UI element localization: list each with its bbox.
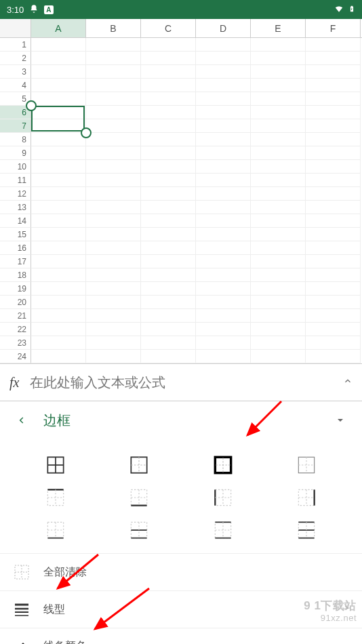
cell-D18[interactable]: [196, 268, 251, 282]
row-header-16[interactable]: 16: [0, 241, 31, 255]
cell-D21[interactable]: [196, 309, 251, 323]
border-outside-dash-icon[interactable]: [297, 456, 316, 475]
cell-C11[interactable]: [141, 174, 196, 187]
cell-E3[interactable]: [251, 65, 306, 79]
cell-C14[interactable]: [141, 214, 196, 228]
cell-C19[interactable]: [141, 282, 196, 296]
border-top-icon[interactable]: [46, 488, 65, 507]
cell-F18[interactable]: [306, 268, 361, 282]
row-header-24[interactable]: 24: [0, 350, 31, 363]
cell-D17[interactable]: [196, 255, 251, 268]
cell-A6[interactable]: [31, 106, 86, 119]
cell-D7[interactable]: [196, 119, 251, 133]
cell-C22[interactable]: [141, 323, 196, 336]
border-inner-v-icon[interactable]: [297, 521, 316, 540]
cell-F11[interactable]: [306, 174, 361, 187]
cell-B16[interactable]: [86, 241, 141, 255]
dropdown-icon[interactable]: [327, 416, 354, 424]
cell-E5[interactable]: [251, 92, 306, 106]
cell-A21[interactable]: [31, 309, 86, 323]
col-header-E[interactable]: E: [251, 19, 306, 37]
cell-A17[interactable]: [31, 255, 86, 268]
cell-A20[interactable]: [31, 296, 86, 309]
cell-A8[interactable]: [31, 133, 86, 146]
cell-D6[interactable]: [196, 106, 251, 119]
cell-B15[interactable]: [86, 228, 141, 241]
cell-B20[interactable]: [86, 296, 141, 309]
cell-E18[interactable]: [251, 268, 306, 282]
cell-D13[interactable]: [196, 201, 251, 214]
row-header-11[interactable]: 11: [0, 174, 31, 187]
cell-E10[interactable]: [251, 160, 306, 174]
cell-E22[interactable]: [251, 323, 306, 336]
cell-F7[interactable]: [306, 119, 361, 133]
row-header-1[interactable]: 1: [0, 38, 31, 52]
border-none-top-icon[interactable]: [46, 521, 65, 540]
cell-E23[interactable]: [251, 336, 306, 350]
cell-A22[interactable]: [31, 323, 86, 336]
cell-C9[interactable]: [141, 146, 196, 160]
cell-D11[interactable]: [196, 174, 251, 187]
cell-A16[interactable]: [31, 241, 86, 255]
cell-D9[interactable]: [196, 146, 251, 160]
cell-F14[interactable]: [306, 214, 361, 228]
cell-B8[interactable]: [86, 133, 141, 146]
cell-D24[interactable]: [196, 350, 251, 363]
cell-E14[interactable]: [251, 214, 306, 228]
cell-F23[interactable]: [306, 336, 361, 350]
cell-E12[interactable]: [251, 187, 306, 201]
cell-B10[interactable]: [86, 160, 141, 174]
cell-E9[interactable]: [251, 146, 306, 160]
cell-B18[interactable]: [86, 268, 141, 282]
border-bottom-icon[interactable]: [129, 488, 148, 507]
border-right-icon[interactable]: [297, 488, 316, 507]
cell-F19[interactable]: [306, 282, 361, 296]
cell-E11[interactable]: [251, 174, 306, 187]
cell-E24[interactable]: [251, 350, 306, 363]
cell-F21[interactable]: [306, 309, 361, 323]
cell-C17[interactable]: [141, 255, 196, 268]
cell-C5[interactable]: [141, 92, 196, 106]
cell-C24[interactable]: [141, 350, 196, 363]
border-all-icon[interactable]: [46, 456, 65, 475]
cell-E7[interactable]: [251, 119, 306, 133]
cell-A10[interactable]: [31, 160, 86, 174]
cell-E16[interactable]: [251, 241, 306, 255]
cell-B22[interactable]: [86, 323, 141, 336]
cell-B13[interactable]: [86, 201, 141, 214]
cell-D22[interactable]: [196, 323, 251, 336]
col-header-A[interactable]: A: [31, 19, 86, 37]
spreadsheet-grid[interactable]: 123456789101112131415161718192021222324: [0, 38, 362, 363]
cell-A5[interactable]: [31, 92, 86, 106]
cell-C21[interactable]: [141, 309, 196, 323]
cell-F5[interactable]: [306, 92, 361, 106]
cell-E8[interactable]: [251, 133, 306, 146]
col-header-C[interactable]: C: [141, 19, 196, 37]
chevron-up-icon[interactable]: [343, 376, 353, 388]
formula-input[interactable]: [30, 375, 332, 390]
border-inner-h-icon[interactable]: [214, 521, 233, 540]
cell-D4[interactable]: [196, 79, 251, 92]
row-header-9[interactable]: 9: [0, 146, 31, 160]
cell-F17[interactable]: [306, 255, 361, 268]
row-header-14[interactable]: 14: [0, 214, 31, 228]
row-header-13[interactable]: 13: [0, 201, 31, 214]
row-header-8[interactable]: 8: [0, 133, 31, 146]
cell-B2[interactable]: [86, 52, 141, 65]
cell-C18[interactable]: [141, 268, 196, 282]
cell-C23[interactable]: [141, 336, 196, 350]
cell-D5[interactable]: [196, 92, 251, 106]
cell-C4[interactable]: [141, 79, 196, 92]
border-left-icon[interactable]: [214, 488, 233, 507]
cell-D3[interactable]: [196, 65, 251, 79]
cell-E21[interactable]: [251, 309, 306, 323]
back-button[interactable]: [8, 416, 35, 425]
cell-F6[interactable]: [306, 106, 361, 119]
cell-A1[interactable]: [31, 38, 86, 52]
cell-A4[interactable]: [31, 79, 86, 92]
cell-E6[interactable]: [251, 106, 306, 119]
cell-C16[interactable]: [141, 241, 196, 255]
cell-A3[interactable]: [31, 65, 86, 79]
cell-B7[interactable]: [86, 119, 141, 133]
row-header-18[interactable]: 18: [0, 268, 31, 282]
